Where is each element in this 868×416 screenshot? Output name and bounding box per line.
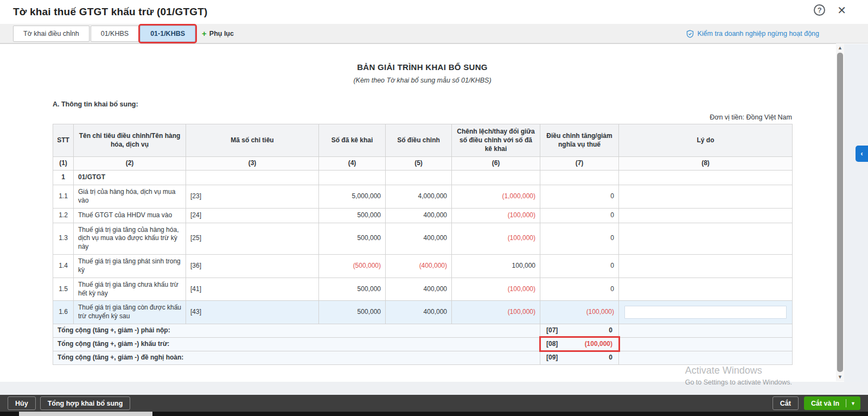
reason-input[interactable] [624, 306, 787, 319]
table-row: 101/GTGT [53, 171, 793, 185]
cell-adjusted: 400,000 [386, 223, 452, 254]
cell-stt: 1.3 [53, 223, 74, 254]
cut-button[interactable]: Cắt [773, 396, 799, 410]
plus-icon: + [202, 29, 207, 38]
col-header-reason: Lý do [619, 124, 793, 157]
tab-01-khbs[interactable]: 01/KHBS [91, 26, 139, 42]
table-row: 1.6Thuế giá trị gia tăng còn được khấu t… [53, 301, 793, 324]
cell-stt: 1 [53, 171, 74, 185]
scrollbar-down-icon[interactable]: ▼ [836, 373, 844, 381]
vertical-scrollbar[interactable]: ▲ ▼ [836, 44, 844, 381]
total-row: Tổng cộng (tăng +, giảm -) đề nghị hoàn:… [53, 351, 793, 364]
dropdown-caret-icon[interactable]: ▼ [846, 401, 860, 406]
table-header-row: STT Tên chỉ tiêu điều chỉnh/Tên hàng hóa… [53, 124, 793, 157]
cell-tax-change: 0 [540, 255, 619, 278]
table-row: 1.5Thuế giá trị gia tăng chưa khấu trừ h… [53, 278, 793, 301]
horizontal-scrollbar-thumb[interactable] [19, 412, 152, 416]
total-label: Tổng cộng (tăng +, giảm -) phải nộp: [53, 324, 540, 338]
col-index-3: (3) [186, 157, 319, 171]
scrollbar-up-icon[interactable]: ▲ [836, 44, 844, 52]
col-index-6: (6) [452, 157, 540, 171]
tab-to-khai-dieu-chinh[interactable]: Tờ khai điều chỉnh [13, 26, 90, 42]
cell-stt: 1.4 [53, 255, 74, 278]
col-header-name: Tên chỉ tiêu điều chỉnh/Tên hàng hóa, dị… [74, 124, 186, 157]
cell-adjusted: 400,000 [386, 208, 452, 223]
cell-name: Thuế giá trị gia tăng chưa khấu trừ hết … [74, 278, 186, 301]
col-index-7: (7) [540, 157, 619, 171]
cut-and-print-label: Cắt và In [805, 400, 846, 407]
collapse-panel-chevron-icon[interactable]: ‹ [856, 146, 868, 162]
cell-reason [619, 301, 793, 324]
cell-declared [319, 171, 386, 185]
total-code: [07] [545, 326, 558, 335]
page-title: Tờ khai thuế GTGT khấu trừ (01/GTGT) [0, 6, 208, 18]
help-icon[interactable]: ? [814, 4, 825, 16]
cell-difference: (100,000) [452, 301, 540, 324]
tab-add-phu-luc[interactable]: +Phụ lục [196, 26, 239, 42]
check-business-status-link[interactable]: Kiểm tra doanh nghiệp ngừng hoạt động [686, 24, 819, 43]
cell-reason [619, 171, 793, 185]
col-index-5: (5) [386, 157, 452, 171]
bottom-spacer [0, 382, 868, 395]
right-gutter [844, 44, 868, 382]
table-index-row: (1) (2) (3) (4) (5) (6) (7) (8) [53, 157, 793, 171]
cell-adjusted: 400,000 [386, 301, 452, 324]
table-row: 1.2Thuế GTGT của HHDV mua vào[24]500,000… [53, 208, 793, 223]
cell-tax-change: 0 [540, 278, 619, 301]
horizontal-scrollbar[interactable] [0, 412, 868, 416]
cell-tax-change: 0 [540, 208, 619, 223]
cell-declared: 500,000 [319, 278, 386, 301]
cell-stt: 1.5 [53, 278, 74, 301]
cell-difference: (100,000) [452, 208, 540, 223]
total-value-cell: [07]0 [540, 324, 619, 338]
cell-code: [23] [186, 185, 319, 209]
cancel-button[interactable]: Hủy [8, 396, 36, 410]
cell-reason [619, 208, 793, 223]
cell-difference: 100,000 [452, 255, 540, 278]
cell-name: 01/GTGT [74, 171, 186, 185]
close-icon[interactable]: ✕ [837, 5, 846, 16]
cut-and-print-button[interactable]: Cắt và In ▼ [804, 396, 860, 410]
footer-toolbar: Hủy Tổng hợp khai bổ sung Cắt Cắt và In … [0, 395, 868, 412]
cell-difference: (1,000,000) [452, 185, 540, 209]
table-row: 1.1Giá trị của hàng hóa, dịch vụ mua vào… [53, 185, 793, 209]
cell-code: [43] [186, 301, 319, 324]
modal-window: Tờ khai thuế GTGT khấu trừ (01/GTGT) ? ✕… [0, 0, 868, 416]
cell-stt: 1.1 [53, 185, 74, 209]
cell-code: [24] [186, 208, 319, 223]
cell-adjusted: 4,000,000 [386, 185, 452, 209]
col-header-stt: STT [53, 124, 74, 157]
document-title: BẢN GIẢI TRÌNH KHAI BỔ SUNG [53, 44, 792, 72]
cell-code: [41] [186, 278, 319, 301]
total-reason-cell [619, 324, 793, 338]
col-header-difference: Chênh lệch/thay đổi giữa số điều chỉnh v… [452, 124, 540, 157]
scrollbar-thumb[interactable] [837, 53, 843, 372]
cell-name: Thuế giá trị gia tăng của hàng hóa, dịch… [74, 223, 186, 254]
cell-stt: 1.6 [53, 301, 74, 324]
cell-name: Thuế giá trị gia tăng phát sinh trong kỳ [74, 255, 186, 278]
total-value: 0 [609, 326, 614, 335]
total-value-cell: [09]0 [540, 351, 619, 364]
document-subtitle: (Kèm theo Tờ khai bổ sung mẫu số 01/KHBS… [53, 77, 792, 84]
col-header-code: Mã số chỉ tiêu [186, 124, 319, 157]
tab-01-1-khbs[interactable]: 01-1/KHBS [140, 26, 195, 42]
adjustment-table: STT Tên chỉ tiêu điều chỉnh/Tên hàng hóa… [53, 124, 793, 365]
total-row: Tổng cộng (tăng +, giảm -) khấu trừ:[08]… [53, 337, 793, 351]
col-index-8: (8) [619, 157, 793, 171]
cell-tax-change: (100,000) [540, 301, 619, 324]
col-header-declared: Số đã kê khai [319, 124, 386, 157]
summary-button[interactable]: Tổng hợp khai bổ sung [40, 396, 131, 410]
cell-tax-change: 0 [540, 223, 619, 254]
cell-reason [619, 223, 793, 254]
shield-check-icon [686, 30, 694, 38]
cell-adjusted: (400,000) [386, 255, 452, 278]
cell-declared: 500,000 [319, 208, 386, 223]
check-business-status-label: Kiểm tra doanh nghiệp ngừng hoạt động [697, 30, 819, 37]
tab-add-label: Phụ lục [209, 30, 234, 37]
total-value: 0 [609, 354, 614, 362]
total-code: [08] [545, 340, 558, 349]
cell-adjusted [386, 171, 452, 185]
table-row: 1.3Thuế giá trị gia tăng của hàng hóa, d… [53, 223, 793, 254]
section-a-heading: A. Thông tin khai bổ sung: [53, 100, 792, 108]
cell-reason [619, 278, 793, 301]
